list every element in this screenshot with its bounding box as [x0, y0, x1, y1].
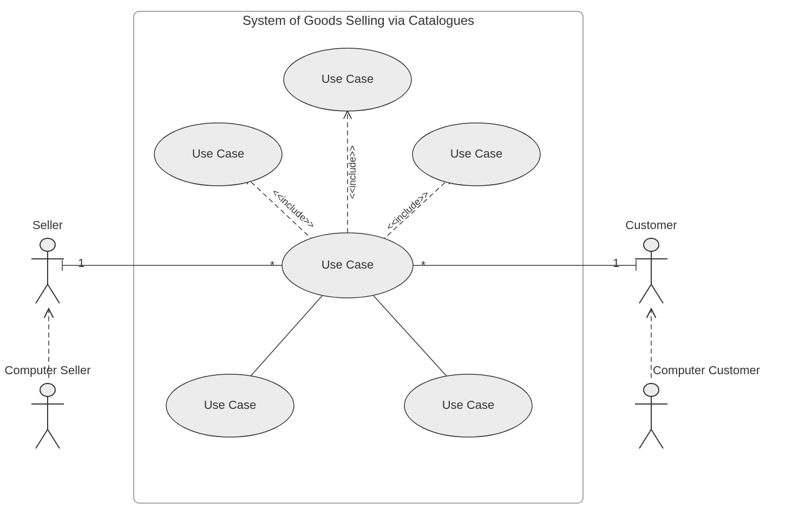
usecase-botright-label: Use Case	[442, 398, 495, 412]
svg-line-17	[651, 284, 663, 303]
mult-customer: 1	[613, 256, 619, 270]
stereo-include-right: <<include>>	[384, 188, 431, 232]
usecase-left-label: Use Case	[192, 147, 245, 160]
actor-computer-customer-label: Computer Customer	[653, 363, 760, 377]
person-icon	[40, 238, 55, 251]
svg-line-21	[651, 429, 663, 448]
usecase-right: Use Case	[412, 123, 540, 186]
svg-line-16	[639, 284, 651, 303]
usecase-center-label: Use Case	[322, 258, 374, 271]
usecase-botleft-label: Use Case	[204, 398, 257, 412]
actor-computer-seller-label: Computer Seller	[5, 363, 91, 377]
system-title: System of Goods Selling via Catalogues	[243, 13, 474, 28]
assoc-center-botright	[368, 290, 449, 379]
usecase-botleft: Use Case	[166, 374, 294, 437]
mult-center-right: *	[421, 258, 426, 272]
person-icon	[40, 383, 55, 396]
actor-seller: Seller	[31, 218, 64, 303]
actor-seller-label: Seller	[32, 218, 63, 232]
usecase-top-label: Use Case	[322, 72, 374, 86]
svg-line-12	[36, 429, 48, 448]
usecase-botright: Use Case	[404, 374, 532, 437]
actor-customer: Customer	[625, 218, 677, 303]
assoc-center-botleft	[248, 290, 328, 379]
include-center-left	[245, 176, 314, 241]
person-icon	[644, 383, 659, 396]
mult-seller: 1	[78, 256, 84, 270]
person-icon	[644, 238, 659, 251]
svg-line-13	[48, 429, 60, 448]
usecase-center: Use Case	[282, 233, 413, 298]
stereo-include-left: <<include>>	[270, 187, 317, 231]
svg-line-20	[639, 429, 651, 448]
svg-line-8	[36, 284, 48, 303]
usecase-right-label: Use Case	[450, 147, 503, 160]
mult-center-left: *	[270, 258, 275, 272]
svg-line-9	[48, 284, 60, 303]
usecase-left: Use Case	[154, 123, 282, 186]
usecase-top: Use Case	[284, 48, 411, 111]
use-case-diagram: System of Goods Selling via Catalogues 1…	[0, 0, 812, 521]
actor-computer-seller: Computer Seller	[5, 363, 91, 448]
actor-customer-label: Customer	[625, 218, 677, 232]
stereo-include-mid: <<include>>	[347, 145, 358, 199]
actor-computer-customer: Computer Customer	[635, 363, 760, 448]
